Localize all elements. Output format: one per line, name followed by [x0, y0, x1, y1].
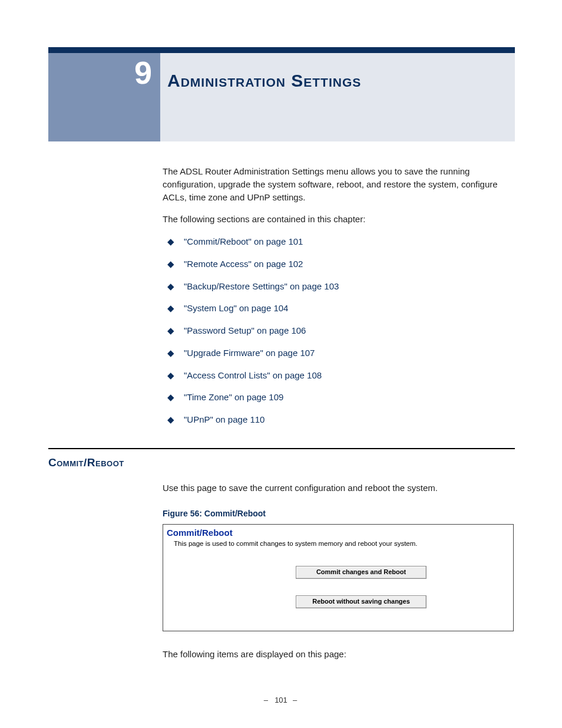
toc-item: "Upgrade Firmware" on page 107 [163, 347, 515, 360]
reboot-only-button[interactable]: Reboot without saving changes [296, 595, 427, 608]
xref-link[interactable]: "Commit/Reboot" on page 101 [184, 236, 303, 246]
toc-item: "Time Zone" on page 109 [163, 391, 515, 404]
figure-commit-reboot: Commit/Reboot This page is used to commi… [163, 524, 514, 631]
xref-link[interactable]: "Access Control Lists" on page 108 [184, 370, 322, 380]
figure-caption: Figure 56: Commit/Reboot [163, 508, 515, 519]
page-footer: – 101 – [0, 696, 562, 704]
toc-item: "Access Control Lists" on page 108 [163, 369, 515, 382]
chapter-title-box: Administration Settings [160, 53, 515, 141]
page-number: 101 [275, 696, 287, 704]
xref-link[interactable]: "Password Setup" on page 106 [184, 325, 306, 335]
xref-link[interactable]: "UPnP" on page 110 [184, 414, 265, 424]
xref-link[interactable]: "Remote Access" on page 102 [184, 259, 303, 269]
chapter-toc-list: "Commit/Reboot" on page 101 "Remote Acce… [163, 235, 515, 426]
intro-column: The ADSL Router Administration Settings … [163, 165, 515, 438]
chapter-header: 9 Administration Settings [48, 47, 515, 141]
xref-link[interactable]: "Time Zone" on page 109 [184, 392, 283, 402]
intro-paragraph-1: The ADSL Router Administration Settings … [163, 165, 515, 203]
section-paragraph-2: The following items are displayed on thi… [163, 648, 515, 661]
toc-item: "Remote Access" on page 102 [163, 258, 515, 271]
toc-item: "UPnP" on page 110 [163, 413, 515, 426]
figure-title: Commit/Reboot [167, 526, 233, 539]
section-heading: Commit/Reboot [48, 456, 166, 469]
toc-item: "System Log" on page 104 [163, 302, 515, 315]
footer-dash-left: – [264, 696, 273, 704]
xref-link[interactable]: "Backup/Restore Settings" on page 103 [184, 281, 339, 291]
header-rule [48, 47, 515, 53]
xref-link[interactable]: "System Log" on page 104 [184, 303, 288, 313]
toc-item: "Password Setup" on page 106 [163, 324, 515, 337]
toc-item: "Backup/Restore Settings" on page 103 [163, 280, 515, 293]
footer-dash-right: – [289, 696, 298, 704]
chapter-title: Administration Settings [167, 71, 361, 91]
commit-reboot-button[interactable]: Commit changes and Reboot [296, 566, 427, 579]
page: 9 Administration Settings The ADSL Route… [0, 0, 562, 728]
figure-subtitle: This page is used to commit changes to s… [174, 539, 418, 549]
chapter-number-box: 9 [48, 53, 160, 141]
section-body: Use this page to save the current config… [163, 473, 515, 670]
chapter-number: 9 [134, 54, 152, 91]
section-rule [48, 448, 515, 449]
intro-paragraph-2: The following sections are contained in … [163, 213, 515, 226]
xref-link[interactable]: "Upgrade Firmware" on page 107 [184, 348, 315, 358]
toc-item: "Commit/Reboot" on page 101 [163, 235, 515, 248]
section-paragraph-1: Use this page to save the current config… [163, 482, 515, 495]
